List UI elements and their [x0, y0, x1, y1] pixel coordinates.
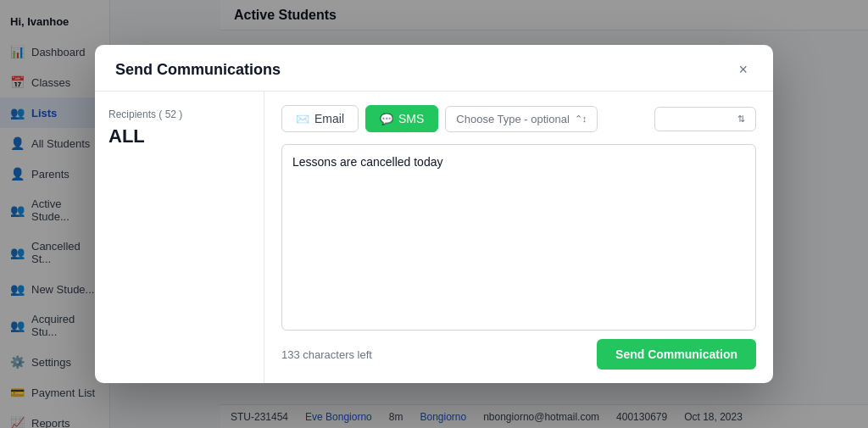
type-placeholder: Choose Type - optional [456, 113, 569, 125]
modal-overlay[interactable]: Send Communications × Recipients ( 52 ) … [0, 0, 868, 428]
send-communications-modal: Send Communications × Recipients ( 52 ) … [95, 45, 773, 383]
message-textarea[interactable] [281, 144, 756, 331]
send-communication-button[interactable]: Send Communication [597, 339, 756, 370]
tab-email[interactable]: ✉️ Email [281, 105, 359, 132]
modal-body: Recipients ( 52 ) ALL ✉️ Email 💬 SMS [95, 92, 773, 383]
modal-title: Send Communications [115, 61, 281, 79]
recipients-label: Recipients ( 52 ) [108, 108, 250, 120]
email-icon: ✉️ [296, 113, 309, 125]
close-button[interactable]: × [733, 60, 753, 79]
char-count: 133 characters left [281, 348, 372, 361]
compose-panel: ✉️ Email 💬 SMS Choose Type - optional ⌃↕… [264, 92, 773, 383]
updown-icon: ⇅ [737, 114, 745, 125]
modal-header: Send Communications × [95, 45, 773, 92]
recipients-panel: Recipients ( 52 ) ALL [95, 92, 264, 383]
recipients-value: ALL [108, 125, 250, 147]
chevron-down-icon: ⌃↕ [575, 114, 587, 125]
type-select[interactable]: Choose Type - optional ⌃↕ [445, 106, 598, 132]
tab-sms[interactable]: 💬 SMS [365, 105, 438, 132]
tabs-row: ✉️ Email 💬 SMS Choose Type - optional ⌃↕… [281, 105, 756, 132]
compose-footer: 133 characters left Send Communication [281, 339, 756, 370]
sms-icon: 💬 [380, 113, 393, 125]
extra-select[interactable]: ⇅ [654, 107, 756, 131]
